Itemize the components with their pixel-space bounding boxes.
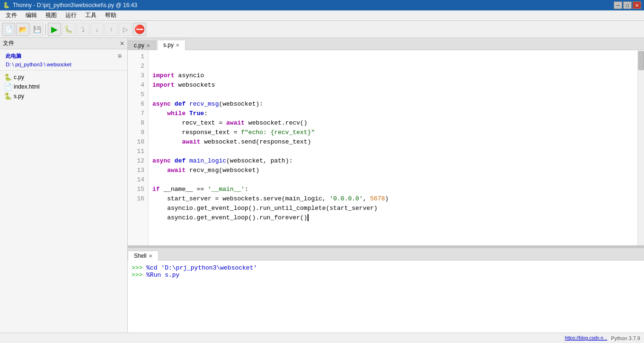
code-token-plain: asyncio.get_event_loop().run_forever() bbox=[152, 214, 308, 221]
line-num-6: 6 bbox=[128, 99, 148, 109]
stop-button[interactable]: ⛔ bbox=[133, 23, 146, 36]
file-panel-header: 文件 ✕ bbox=[0, 38, 127, 49]
menu-item-文件[interactable]: 文件 bbox=[2, 10, 21, 20]
file-item-spy[interactable]: 🐍 s.py bbox=[0, 91, 127, 101]
code-line-12 bbox=[152, 175, 634, 185]
line-num-11: 11 bbox=[128, 147, 148, 156]
code-token-str: f"echo: {recv_text}" bbox=[241, 129, 315, 136]
line-num-16: 16 bbox=[128, 194, 148, 204]
text-cursor: ​ bbox=[308, 214, 309, 221]
python-version: Python 3.7.9 bbox=[611, 335, 640, 341]
step-over-button[interactable]: ⤵ bbox=[76, 23, 89, 36]
window-title: Thonny - D:\prj_python3\websocket\s.py @… bbox=[13, 2, 137, 9]
code-token-plain: : bbox=[245, 186, 248, 193]
line-num-5: 5 bbox=[128, 90, 148, 99]
file-tree: 🐍 c.py 📄 index.html 🐍 s.py bbox=[0, 71, 127, 333]
shell-cmd-1: %cd 'D:\prj_python3\websocket' bbox=[142, 264, 257, 271]
code-token-kw: await bbox=[182, 138, 200, 145]
open-button[interactable]: 📂 bbox=[16, 23, 29, 36]
code-line-13: if __name__ == '__main__': bbox=[152, 185, 634, 194]
code-token-plain: asyncio.get_event_loop().run_until_compl… bbox=[152, 205, 378, 212]
tab-spy-close[interactable]: ✕ bbox=[176, 43, 179, 48]
code-token-plain bbox=[152, 110, 167, 117]
file-panel-menu-btn[interactable]: ≡ bbox=[118, 52, 122, 60]
line-num-12: 12 bbox=[128, 156, 148, 166]
menu-item-工具[interactable]: 工具 bbox=[81, 10, 100, 20]
code-content[interactable]: import asyncioimport websockets async de… bbox=[149, 50, 637, 245]
code-token-fn: recv_msg bbox=[189, 100, 219, 108]
file-panel-close[interactable]: ✕ bbox=[120, 40, 124, 47]
code-token-plain: ) bbox=[385, 195, 389, 202]
main-content: 文件 ✕ 此电脑 ≡ D: \ prj_python3 \ websocket … bbox=[0, 38, 644, 333]
menu-item-运行[interactable]: 运行 bbox=[62, 10, 80, 20]
code-token-def-kw: def bbox=[175, 157, 185, 164]
tab-cpy[interactable]: c.py ✕ bbox=[128, 40, 156, 50]
run-button[interactable]: ▶ bbox=[48, 23, 61, 36]
code-token-str: '__main__' bbox=[208, 186, 245, 193]
line-num-7: 7 bbox=[128, 109, 148, 118]
shell-tab[interactable]: Shell ✕ bbox=[128, 251, 159, 261]
code-line-1: import asyncio bbox=[152, 71, 634, 81]
editor-scrollbar[interactable] bbox=[637, 50, 644, 245]
code-token-kw: import bbox=[152, 81, 175, 89]
file-item-cpy[interactable]: 🐍 c.py bbox=[0, 72, 127, 82]
step-out-button[interactable]: ↑ bbox=[105, 23, 118, 36]
code-token-kw2: True bbox=[189, 110, 204, 117]
code-line-16: asyncio.get_event_loop().run_forever()​ bbox=[152, 213, 634, 223]
code-token-async-kw: async bbox=[152, 100, 171, 108]
code-token-plain bbox=[185, 157, 189, 164]
code-token-fn: main_logic bbox=[189, 157, 226, 164]
code-token-plain: (websocket): bbox=[219, 100, 263, 108]
shell-content[interactable]: >>> %cd 'D:\prj_python3\websocket' >>> %… bbox=[128, 261, 644, 333]
editor-tabs: c.py ✕ s.py ✕ bbox=[128, 38, 644, 50]
line-num-4: 4 bbox=[128, 81, 148, 90]
save-button[interactable]: 💾 bbox=[30, 23, 44, 36]
new-button[interactable]: 📄 bbox=[2, 23, 15, 36]
code-token-kw: while bbox=[167, 110, 185, 117]
shell-tab-close[interactable]: ✕ bbox=[149, 253, 152, 259]
code-token-plain: recv_msg(websocket) bbox=[185, 167, 259, 174]
menu-item-编辑[interactable]: 编辑 bbox=[22, 10, 41, 20]
shell-prompt-2: >>> bbox=[132, 271, 142, 279]
file-item-indexhtml[interactable]: 📄 index.html bbox=[0, 82, 127, 91]
step-into-button[interactable]: ↓ bbox=[90, 23, 104, 36]
file-path: D: \ prj_python3 \ websocket bbox=[3, 61, 124, 68]
code-line-6: recv_text = await websocket.recv() bbox=[152, 118, 634, 128]
code-token-plain bbox=[185, 100, 189, 108]
title-bar-left: 🐍 Thonny - D:\prj_python3\websocket\s.py… bbox=[3, 2, 137, 9]
code-line-10: async def main_logic(websocket, path): bbox=[152, 156, 634, 166]
close-button[interactable]: ✕ bbox=[633, 1, 641, 9]
shell-line-2: >>> %Run s.py bbox=[132, 271, 640, 279]
code-line-8: await websocket.send(response_text) bbox=[152, 137, 634, 147]
title-bar-buttons: ─ □ ✕ bbox=[614, 1, 641, 9]
resume-button[interactable]: ▷ bbox=[119, 23, 132, 36]
maximize-button[interactable]: □ bbox=[623, 1, 632, 9]
menu-item-帮助[interactable]: 帮助 bbox=[101, 10, 120, 20]
code-line-3 bbox=[152, 90, 634, 99]
minimize-button[interactable]: ─ bbox=[614, 1, 622, 9]
code-token-async-kw: async bbox=[152, 157, 171, 164]
tab-cpy-close[interactable]: ✕ bbox=[146, 43, 150, 48]
code-editor[interactable]: 12345678910111213141516 import asyncioim… bbox=[128, 50, 644, 245]
tab-spy[interactable]: s.py ✕ bbox=[157, 40, 185, 50]
shell-line-1: >>> %cd 'D:\prj_python3\websocket' bbox=[132, 264, 640, 271]
center-pane: c.py ✕ s.py ✕ 12345678910111213141516 im… bbox=[128, 38, 644, 333]
shell-tabs: Shell ✕ bbox=[128, 248, 644, 261]
shell-area: Shell ✕ >>> %cd 'D:\prj_python3\websocke… bbox=[128, 247, 644, 333]
tab-cpy-label: c.py bbox=[134, 42, 144, 49]
menu-item-视图[interactable]: 视图 bbox=[42, 10, 61, 20]
line-num-14: 14 bbox=[128, 175, 148, 185]
debug-button[interactable]: 🐛 bbox=[62, 23, 75, 36]
code-token-kw: await bbox=[167, 167, 185, 174]
code-line-11: await recv_msg(websocket) bbox=[152, 166, 634, 175]
line-num-8: 8 bbox=[128, 118, 148, 128]
file-panel: 文件 ✕ 此电脑 ≡ D: \ prj_python3 \ websocket … bbox=[0, 38, 128, 333]
app-window: 🐍 Thonny - D:\prj_python3\websocket\s.py… bbox=[0, 0, 644, 343]
code-token-plain bbox=[185, 110, 189, 117]
code-token-plain: websocket.send(response_text) bbox=[200, 138, 311, 145]
code-token-plain: asyncio bbox=[175, 72, 204, 79]
code-token-plain: start_server = websockets.serve(main_log… bbox=[152, 195, 329, 202]
code-token-def-kw: def bbox=[175, 100, 185, 108]
app-icon: 🐍 bbox=[3, 2, 10, 9]
py-icon: 🐍 bbox=[4, 73, 12, 81]
